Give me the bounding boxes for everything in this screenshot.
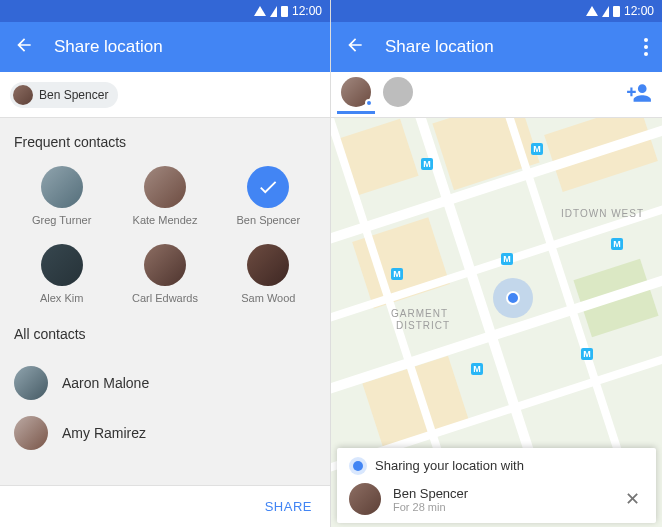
avatar-icon	[41, 244, 83, 286]
sheet-header: Sharing your location with	[349, 458, 644, 473]
metro-icon: M	[611, 238, 623, 250]
contact-name: Alex Kim	[40, 292, 83, 304]
active-dot-icon	[365, 99, 373, 107]
contact-greg-turner[interactable]: Greg Turner	[14, 166, 109, 226]
bottom-sheet: Sharing your location with Ben Spencer F…	[337, 448, 656, 523]
map-pane: 12:00 Share location	[331, 0, 662, 527]
avatar-icon	[41, 166, 83, 208]
all-contacts-list: Aaron Malone Amy Ramirez	[14, 358, 316, 458]
contact-alex-kim[interactable]: Alex Kim	[14, 244, 109, 304]
wifi-icon	[270, 6, 277, 17]
battery-icon	[613, 6, 620, 17]
contact-sam-wood[interactable]: Sam Wood	[221, 244, 316, 304]
avatar-tabs	[341, 77, 413, 113]
signal-icon	[586, 6, 598, 16]
avatar-tab[interactable]	[383, 77, 413, 113]
wifi-icon	[602, 6, 609, 17]
back-icon[interactable]	[345, 35, 365, 59]
list-item[interactable]: Amy Ramirez	[14, 408, 316, 458]
sharing-avatars-bar	[331, 72, 662, 118]
all-contacts-title: All contacts	[14, 326, 316, 342]
signal-icon	[254, 6, 266, 16]
map-label: GARMENT	[391, 308, 448, 319]
contact-carl-edwards[interactable]: Carl Edwards	[117, 244, 212, 304]
list-item[interactable]: Aaron Malone	[14, 358, 316, 408]
contact-name: Carl Edwards	[132, 292, 198, 304]
footer-bar: SHARE	[0, 485, 330, 527]
page-title: Share location	[54, 37, 316, 57]
back-icon[interactable]	[14, 35, 34, 59]
overflow-menu-icon[interactable]	[644, 38, 648, 56]
avatar-icon	[383, 77, 413, 107]
contact-kate-mendez[interactable]: Kate Mendez	[117, 166, 212, 226]
avatar-icon	[14, 416, 48, 450]
status-bar: 12:00	[0, 0, 330, 22]
app-bar: Share location	[0, 22, 330, 72]
location-dot-icon	[353, 461, 363, 471]
avatar-icon	[247, 244, 289, 286]
contact-name: Ben Spencer	[237, 214, 301, 226]
map-view[interactable]: M M M M M M M IDTOWN WEST GARMENT DISTRI…	[331, 118, 662, 527]
clock: 12:00	[624, 4, 654, 18]
metro-icon: M	[391, 268, 403, 280]
metro-icon: M	[421, 158, 433, 170]
sheet-title: Sharing your location with	[375, 458, 524, 473]
frequent-title: Frequent contacts	[14, 134, 316, 150]
location-dot-icon	[506, 291, 520, 305]
contact-ben-spencer[interactable]: Ben Spencer	[221, 166, 316, 226]
add-person-icon[interactable]	[626, 80, 652, 110]
close-icon[interactable]: ✕	[621, 484, 644, 514]
avatar-icon	[14, 366, 48, 400]
contact-name: Sam Wood	[241, 292, 295, 304]
selected-chip-bar: Ben Spencer	[0, 72, 330, 118]
contact-name: Kate Mendez	[133, 214, 198, 226]
sharing-duration: For 28 min	[393, 501, 609, 513]
frequent-grid: Greg Turner Kate Mendez Ben Spencer Alex…	[14, 166, 316, 304]
chip-label: Ben Spencer	[39, 88, 108, 102]
metro-icon: M	[581, 348, 593, 360]
clock: 12:00	[292, 4, 322, 18]
contacts-pane: 12:00 Share location Ben Spencer Frequen…	[0, 0, 331, 527]
battery-icon	[281, 6, 288, 17]
metro-icon: M	[471, 363, 483, 375]
status-bar: 12:00	[331, 0, 662, 22]
contact-name: Greg Turner	[32, 214, 91, 226]
avatar-icon	[144, 244, 186, 286]
app-bar: Share location	[331, 22, 662, 72]
map-label: IDTOWN WEST	[561, 208, 644, 219]
sharing-info: Ben Spencer For 28 min	[393, 486, 609, 513]
share-button[interactable]: SHARE	[265, 499, 312, 514]
metro-icon: M	[531, 143, 543, 155]
metro-icon: M	[501, 253, 513, 265]
map-label: DISTRICT	[396, 320, 450, 331]
avatar-icon	[349, 483, 381, 515]
avatar-icon	[13, 85, 33, 105]
contact-name: Aaron Malone	[62, 375, 149, 391]
sharing-row: Ben Spencer For 28 min ✕	[349, 483, 644, 515]
contacts-body: Frequent contacts Greg Turner Kate Mende…	[0, 118, 330, 527]
page-title: Share location	[385, 37, 624, 57]
avatar-tab-active[interactable]	[341, 77, 371, 113]
contact-name: Amy Ramirez	[62, 425, 146, 441]
selected-contact-chip[interactable]: Ben Spencer	[10, 82, 118, 108]
check-icon	[247, 166, 289, 208]
sharing-name: Ben Spencer	[393, 486, 609, 501]
avatar-icon	[144, 166, 186, 208]
